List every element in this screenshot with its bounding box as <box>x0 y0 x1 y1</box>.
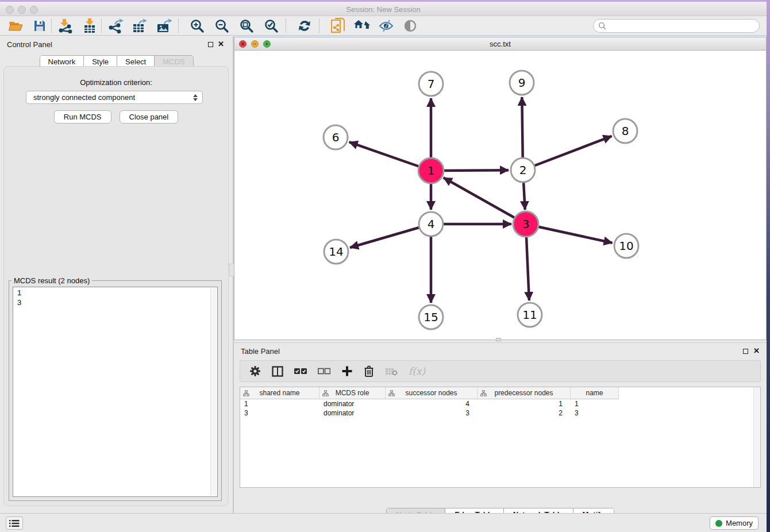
dropdown-stepper-icon <box>192 93 199 102</box>
table-cell: 3 <box>571 408 619 418</box>
node-label: 14 <box>329 245 343 259</box>
graph-node-3[interactable]: 3 <box>513 211 538 237</box>
window-title: Session: New Session <box>0 5 767 14</box>
mcds-result-title: MCDS result (2 nodes) <box>11 276 92 285</box>
table-cell: 4 <box>386 399 478 408</box>
node-table: shared nameMCDS rolesuccessor nodesprede… <box>240 387 761 488</box>
memory-label: Memory <box>726 519 753 527</box>
control-panel-header: Control Panel ✕ <box>0 36 233 51</box>
edge-2-8[interactable] <box>523 136 612 170</box>
node-label: 6 <box>332 130 340 144</box>
zoom-in-icon[interactable] <box>187 17 207 34</box>
network-canvas[interactable]: 7968124314101511 <box>234 51 766 340</box>
mcds-result-text: 1 3 <box>13 287 217 308</box>
save-session-icon[interactable] <box>30 17 49 34</box>
node-label: 4 <box>428 217 435 231</box>
clone-network-icon[interactable] <box>328 17 348 34</box>
table-cell: 2 <box>478 408 571 418</box>
run-mcds-button[interactable]: Run MCDS <box>54 110 111 124</box>
column-header-MCDS-role[interactable]: MCDS role <box>319 387 386 399</box>
table-cell: 1 <box>478 399 571 408</box>
unselect-all-columns-icon[interactable] <box>318 364 330 378</box>
open-session-icon[interactable] <box>6 17 25 34</box>
table-panel: Table Panel ✕ <box>234 342 767 510</box>
toolbar-separator <box>178 19 179 33</box>
column-header-shared-name[interactable]: shared name <box>240 387 319 399</box>
graph-node-9[interactable]: 9 <box>510 71 534 95</box>
table-scrollbar[interactable] <box>753 387 760 487</box>
export-network-icon[interactable] <box>106 17 125 34</box>
toolbar-separator <box>101 19 102 33</box>
node-label: 1 <box>428 164 435 178</box>
graph-node-8[interactable]: 8 <box>613 119 637 143</box>
column-header-successor-nodes[interactable]: successor nodes <box>386 387 478 399</box>
table-row[interactable]: 1dominator411 <box>240 399 760 408</box>
table-header-row: shared nameMCDS rolesuccessor nodesprede… <box>240 387 760 399</box>
table-cell: dominator <box>319 399 386 408</box>
zoom-fit-icon[interactable] <box>237 17 256 34</box>
graph-node-10[interactable]: 10 <box>614 234 638 258</box>
function-builder-icon: f(x) <box>409 364 425 378</box>
task-history-button[interactable] <box>6 516 23 530</box>
graph-node-4[interactable]: 4 <box>419 212 443 236</box>
hide-selected-eye-icon[interactable] <box>376 17 396 34</box>
graph-node-7[interactable]: 7 <box>419 72 443 96</box>
close-panel-button[interactable]: Close panel <box>120 110 179 124</box>
dropdown-value: strongly connected component <box>33 93 135 102</box>
result-scrollbar[interactable] <box>210 288 217 496</box>
column-header-name[interactable]: name <box>571 387 619 399</box>
search-box[interactable] <box>593 19 760 33</box>
graph-node-2[interactable]: 2 <box>511 158 535 182</box>
select-all-columns-icon[interactable] <box>294 364 307 378</box>
control-panel: Control Panel ✕ NetworkStyleSelectMCDS O… <box>0 36 233 513</box>
add-column-icon[interactable] <box>341 364 353 378</box>
column-header-predecessor-nodes[interactable]: predecessor nodes <box>478 387 571 399</box>
search-input[interactable] <box>609 22 759 30</box>
table-settings-gear-icon[interactable] <box>249 364 261 378</box>
show-selected-eye-icon[interactable] <box>401 17 420 34</box>
table-cell: 3 <box>386 408 478 418</box>
table-panel-title: Table Panel <box>241 347 280 356</box>
graph-node-14[interactable]: 14 <box>324 240 348 264</box>
network-view-window: ✕ − + scc.txt 7968124314101511 <box>234 37 767 340</box>
zoom-selected-icon[interactable] <box>261 17 281 34</box>
export-table-icon[interactable] <box>130 17 149 34</box>
delete-table-icon <box>385 364 398 378</box>
show-all-houses-icon[interactable] <box>352 17 372 34</box>
node-label: 2 <box>519 163 527 177</box>
close-table-panel-icon[interactable]: ✕ <box>753 346 760 355</box>
application-window: Session: New Session <box>0 0 770 532</box>
table-toolbar: f(x) <box>240 360 761 382</box>
network-window-titlebar: ✕ − + scc.txt <box>234 37 766 51</box>
node-label: 3 <box>522 217 530 231</box>
control-panel-title: Control Panel <box>7 40 52 49</box>
import-table-icon[interactable] <box>80 17 99 34</box>
optimization-criterion-dropdown[interactable]: strongly connected component <box>26 91 203 104</box>
graph-node-11[interactable]: 11 <box>518 303 542 327</box>
export-image-icon[interactable] <box>154 17 174 34</box>
table-cell: 3 <box>240 408 319 418</box>
mcds-result-group: MCDS result (2 nodes) 1 3 <box>9 280 222 501</box>
edge-3-1[interactable] <box>444 178 526 224</box>
delete-column-trash-icon[interactable] <box>364 364 374 378</box>
node-label: 7 <box>428 77 435 91</box>
close-panel-icon[interactable]: ✕ <box>218 40 224 48</box>
graph-node-15[interactable]: 15 <box>419 305 443 329</box>
mcds-result-area[interactable]: 1 3 <box>13 287 218 497</box>
zoom-out-icon[interactable] <box>212 17 232 34</box>
network-resize-grip[interactable] <box>496 338 501 341</box>
import-network-icon[interactable] <box>56 17 75 34</box>
refresh-icon[interactable] <box>295 17 314 34</box>
status-bar: Memory <box>0 513 767 532</box>
graph-node-1[interactable]: 1 <box>418 158 444 183</box>
node-label: 8 <box>622 124 629 138</box>
table-cell: 1 <box>571 399 619 408</box>
float-table-panel-icon[interactable] <box>743 349 748 354</box>
float-panel-icon[interactable] <box>208 42 213 47</box>
memory-button[interactable]: Memory <box>710 516 759 530</box>
toolbar-separator <box>51 19 52 33</box>
graph-node-6[interactable]: 6 <box>324 125 348 149</box>
table-row[interactable]: 3dominator323 <box>240 408 760 418</box>
desktop-background-edge <box>767 0 770 532</box>
column-layout-icon[interactable] <box>272 364 283 378</box>
